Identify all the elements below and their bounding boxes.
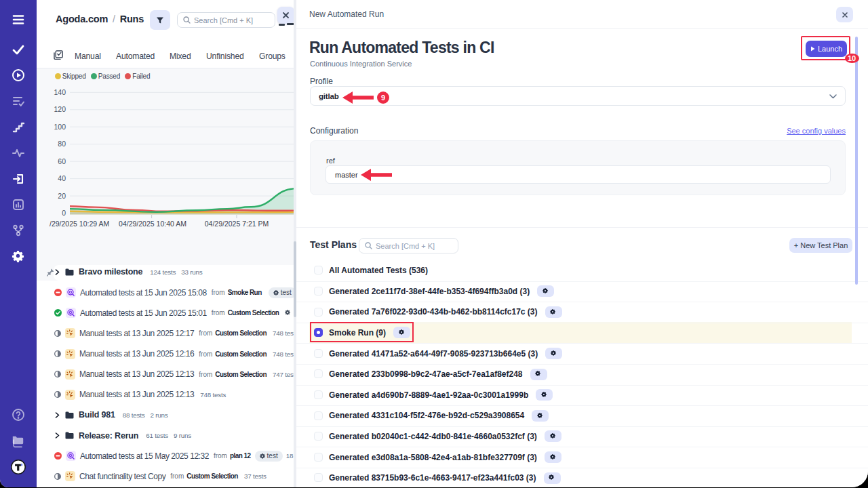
- svg-text:0: 0: [62, 209, 66, 217]
- svg-text:40: 40: [58, 174, 66, 182]
- svg-text:100: 100: [54, 123, 66, 131]
- svg-text:120: 120: [54, 105, 66, 113]
- svg-text:20: 20: [58, 192, 66, 200]
- svg-text:/29/2025 10:29 AM: /29/2025 10:29 AM: [50, 220, 109, 228]
- svg-text:60: 60: [58, 157, 66, 165]
- svg-text:04/29/2025 10:40 AM: 04/29/2025 10:40 AM: [119, 220, 186, 228]
- svg-text:04/29/2025 7:21 PM: 04/29/2025 7:21 PM: [205, 220, 269, 228]
- svg-text:140: 140: [54, 88, 66, 96]
- svg-text:80: 80: [58, 140, 66, 148]
